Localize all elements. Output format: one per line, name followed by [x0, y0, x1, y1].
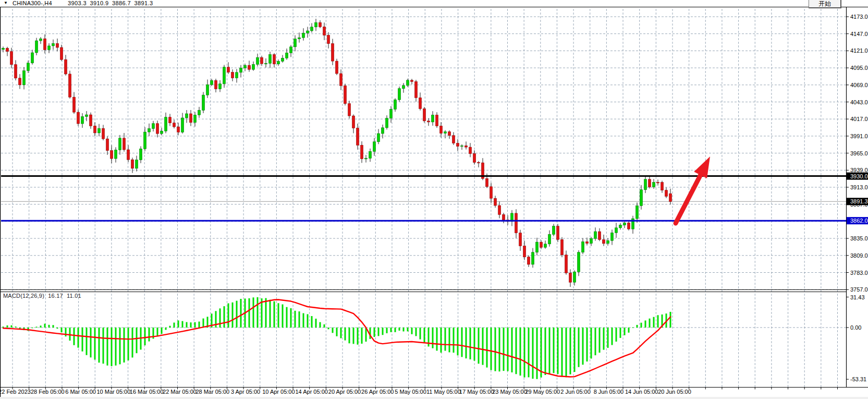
svg-text:8 Jun 05:00: 8 Jun 05:00 [594, 389, 624, 395]
svg-text:29 May 05:00: 29 May 05:00 [525, 389, 560, 395]
candle-wicks [3, 19, 670, 287]
svg-text:28 Feb 05:00: 28 Feb 05:00 [31, 389, 65, 395]
svg-text:3 Apr 05:00: 3 Apr 05:00 [231, 389, 260, 395]
svg-text:11 May 05:00: 11 May 05:00 [426, 389, 461, 395]
svg-text:-53.31: -53.31 [850, 376, 866, 382]
svg-text:10 Mar 05:00: 10 Mar 05:00 [96, 389, 130, 395]
trend-arrow-shaft[interactable] [676, 172, 702, 223]
window-bottom-strip [0, 397, 868, 399]
price-badge: 3930.0 [847, 173, 868, 180]
svg-text:3783.0: 3783.0 [850, 270, 868, 276]
svg-text:2 Jun 05:00: 2 Jun 05:00 [560, 389, 591, 395]
trend-arrow-head[interactable] [694, 156, 710, 178]
trading-chart-window: ▼ CHINA300-,H4 3903.3 3910.9 3886.7 3891… [0, 0, 868, 399]
svg-text:28 Mar 05:00: 28 Mar 05:00 [195, 389, 229, 395]
svg-text:31.43: 31.43 [850, 294, 865, 300]
macd-name: MACD(12,26,9) [3, 293, 44, 299]
candlesticks [2, 22, 672, 282]
svg-text:17 May 05:00: 17 May 05:00 [459, 389, 494, 395]
svg-text:4069.0: 4069.0 [850, 82, 868, 88]
svg-text:3809.0: 3809.0 [850, 252, 868, 259]
svg-text:3757.0: 3757.0 [850, 286, 868, 293]
svg-text:4017.0: 4017.0 [850, 116, 868, 122]
svg-text:4173.0: 4173.0 [850, 14, 868, 20]
svg-text:3930.0: 3930.0 [850, 173, 868, 179]
svg-text:3965.0: 3965.0 [850, 150, 868, 156]
svg-text:3991.0: 3991.0 [850, 133, 868, 139]
svg-text:14 Jun 05:00: 14 Jun 05:00 [625, 389, 658, 395]
svg-text:23 May 05:00: 23 May 05:00 [492, 389, 527, 395]
svg-text:20 Apr 05:00: 20 Apr 05:00 [328, 389, 361, 395]
symbol-timeframe-label: CHINA300-,H4 [13, 0, 52, 6]
chart-dropdown-icon[interactable]: ▼ [4, 1, 8, 5]
ohlc-values-label: 3903.3 3910.9 3886.7 3891.3 [68, 0, 153, 6]
svg-text:4043.0: 4043.0 [850, 99, 868, 105]
macd-main-value: 16.17 [48, 293, 63, 299]
chart-canvas[interactable]: 4173.04147.04121.04095.04069.04043.04017… [0, 0, 868, 399]
start-button[interactable]: 开始 [809, 0, 841, 8]
chart-title-bar: ▼ CHINA300-,H4 3903.3 3910.9 3886.7 3891… [0, 0, 868, 7]
svg-text:16 Mar 05:00: 16 Mar 05:00 [130, 389, 164, 395]
svg-text:6 Mar 05:00: 6 Mar 05:00 [65, 389, 96, 395]
svg-text:4121.0: 4121.0 [850, 47, 868, 54]
svg-text:5 May 05:00: 5 May 05:00 [395, 389, 426, 395]
svg-text:4147.0: 4147.0 [850, 31, 868, 37]
price-badge: 3891.3 [847, 198, 868, 205]
time-axis[interactable]: 22 Feb 202328 Feb 05:006 Mar 05:0010 Mar… [0, 388, 838, 395]
svg-text:0.00: 0.00 [850, 324, 861, 331]
svg-text:3913.0: 3913.0 [850, 184, 868, 190]
macd-signal-value: 11.01 [67, 293, 81, 299]
svg-text:20 Jun 05:00: 20 Jun 05:00 [658, 389, 691, 395]
svg-text:22 Mar 05:00: 22 Mar 05:00 [163, 389, 197, 395]
svg-text:3862.0: 3862.0 [850, 217, 868, 224]
svg-text:3939.0: 3939.0 [850, 167, 868, 173]
svg-text:3835.0: 3835.0 [850, 235, 868, 241]
price-badge: 3862.0 [847, 217, 868, 224]
svg-text:14 Apr 05:00: 14 Apr 05:00 [296, 389, 328, 395]
macd-indicator-label: MACD(12,26,9) 16.17 11.01 [3, 293, 83, 299]
svg-text:26 Apr 05:00: 26 Apr 05:00 [361, 389, 394, 395]
svg-text:3891.3: 3891.3 [850, 198, 868, 204]
svg-text:10 Apr 05:00: 10 Apr 05:00 [262, 389, 295, 395]
svg-text:4095.0: 4095.0 [850, 65, 868, 71]
svg-text:22 Feb 2023: 22 Feb 2023 [0, 389, 31, 395]
